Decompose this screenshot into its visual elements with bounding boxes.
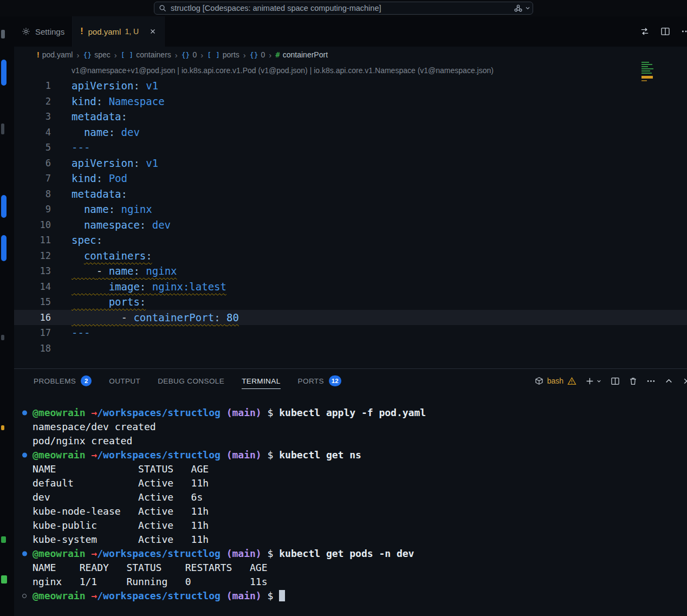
breadcrumb-item[interactable]: [ ]containers (121, 50, 171, 59)
terminal-token: /workspaces/structlog (97, 590, 221, 601)
tab-pod-yaml[interactable]: ! pod.yaml 1, U (73, 16, 165, 47)
split-terminal-icon[interactable] (611, 377, 620, 386)
code-line[interactable]: 16 - containerPort: 80 (14, 310, 687, 326)
code-token: : (140, 296, 146, 308)
panel-tab-ports[interactable]: PORTS12 (298, 369, 341, 393)
panel-tab-terminal[interactable]: TERMINAL (242, 369, 280, 393)
line-content: kind: Namespace (51, 94, 165, 109)
breadcrumb: !pod.yaml›{}spec›[ ]containers›{}0›[ ]po… (14, 47, 687, 63)
code-token: : (133, 265, 146, 277)
line-number: 16 (14, 310, 51, 326)
minimap-line (641, 66, 648, 67)
terminal-token: (main) (226, 449, 262, 461)
shell-label: bash (547, 377, 563, 385)
activity-bar-fragment (1, 195, 7, 218)
more-actions-icon[interactable] (646, 377, 656, 386)
breadcrumb-label: containers (136, 50, 171, 59)
breadcrumb-item[interactable]: #containerPort (275, 50, 328, 59)
line-content: spec: (51, 232, 102, 248)
editor[interactable]: 1apiVersion: v12kind: Namespace3metadata… (14, 78, 687, 356)
close-icon[interactable] (149, 28, 157, 35)
activity-bar-fragment (1, 536, 6, 543)
code-line[interactable]: 4 name: dev (14, 125, 687, 140)
terminal-token: (main) (226, 548, 262, 559)
code-token: : (96, 234, 102, 246)
code-token (72, 265, 96, 277)
code-line[interactable]: 10 namespace: dev (14, 217, 687, 233)
editor-actions (638, 16, 687, 47)
terminal-token: $ (262, 407, 280, 418)
code-line[interactable]: 1apiVersion: v1 (14, 78, 687, 94)
count-badge: 2 (81, 375, 92, 386)
terminal-token (86, 590, 92, 601)
line-content: metadata: (51, 186, 127, 202)
compare-changes-icon[interactable] (640, 27, 650, 36)
line-number: 12 (14, 248, 51, 264)
kill-terminal-icon[interactable] (628, 377, 638, 386)
terminal[interactable]: @meowrain →/workspaces/structlog (main) … (14, 393, 687, 616)
panel-tab-problems[interactable]: PROBLEMS2 (34, 369, 92, 393)
breadcrumb-item[interactable]: {}spec (83, 50, 110, 59)
command-center-search[interactable]: structlog [Codespaces: animated space co… (154, 2, 533, 15)
plus-icon (585, 377, 594, 386)
code-line[interactable]: 3metadata: (14, 109, 687, 125)
code-line[interactable]: 17--- (14, 325, 687, 341)
maximize-panel-icon[interactable] (664, 377, 673, 386)
code-token: Pod (109, 172, 127, 184)
code-line[interactable]: 6apiVersion: v1 (14, 155, 687, 171)
codespaces-menu[interactable] (514, 0, 531, 16)
breadcrumb-item[interactable]: !pod.yaml (37, 50, 73, 59)
line-number: 15 (14, 294, 51, 310)
minimap[interactable] (641, 62, 660, 93)
split-editor-icon[interactable] (660, 27, 670, 36)
activity-bar-fragment (1, 60, 7, 86)
line-content: name: nginx (51, 202, 152, 217)
chevron-right-icon: › (114, 50, 117, 60)
code-line[interactable]: 7kind: Pod (14, 171, 687, 186)
breadcrumb-item[interactable]: {}0 (182, 50, 197, 59)
line-content: metadata: (51, 109, 127, 125)
line-content: image: nginx:latest (51, 279, 226, 295)
code-line[interactable]: 11spec: (14, 232, 687, 248)
shell-selector[interactable]: bash (535, 377, 576, 386)
terminal-line: @meowrain →/workspaces/structlog (main) … (14, 448, 687, 462)
code-line[interactable]: 13 - name: nginx (14, 263, 687, 279)
code-token: dev (121, 126, 140, 138)
close-panel-icon[interactable] (682, 377, 687, 386)
editor-tab-bar: Settings ! pod.yaml 1, U (14, 16, 687, 47)
tab-settings[interactable]: Settings (14, 16, 73, 47)
code-line[interactable]: 18 (14, 341, 687, 356)
symbol-object-icon: {} (182, 51, 190, 59)
terminal-token: kube-public Active 11h (33, 520, 209, 531)
symbol-number-icon: # (275, 50, 280, 59)
more-actions-icon[interactable] (681, 27, 687, 36)
code-token: : (214, 312, 226, 323)
line-number: 2 (14, 94, 51, 109)
terminal-cursor (279, 590, 285, 601)
tab-status-badge: 1, U (125, 27, 139, 36)
terminal-line: nginx 1/1 Running 0 11s (14, 575, 687, 589)
panel-tab-debug-console[interactable]: DEBUG CONSOLE (158, 369, 224, 393)
code-line[interactable]: 15 ports: (14, 294, 687, 310)
code-token: namespace (84, 219, 140, 231)
code-line[interactable]: 12 containers: (14, 248, 687, 264)
panel-tab-output[interactable]: OUTPUT (109, 369, 140, 393)
line-number: 13 (14, 263, 51, 279)
new-terminal-button[interactable] (585, 377, 602, 386)
terminal-token: NAME READY STATUS RESTARTS AGE (33, 562, 267, 573)
code-line[interactable]: 14 image: nginx:latest (14, 279, 687, 295)
breadcrumb-item[interactable]: [ ]ports (207, 50, 239, 59)
code-token (72, 203, 84, 215)
code-line[interactable]: 9 name: nginx (14, 202, 687, 217)
breadcrumb-item[interactable]: {}0 (250, 50, 265, 59)
code-token: name (84, 203, 109, 215)
code-token: apiVersion (72, 157, 133, 169)
terminal-token: nginx 1/1 Running 0 11s (33, 576, 267, 587)
code-line[interactable]: 8metadata: (14, 186, 687, 202)
symbol-object-icon: {} (83, 51, 92, 59)
code-line[interactable]: 5--- (14, 140, 687, 155)
line-number: 9 (14, 202, 51, 217)
code-line[interactable]: 2kind: Namespace (14, 94, 687, 109)
code-token: containerPort (133, 312, 214, 323)
line-content: containers: (51, 248, 152, 264)
